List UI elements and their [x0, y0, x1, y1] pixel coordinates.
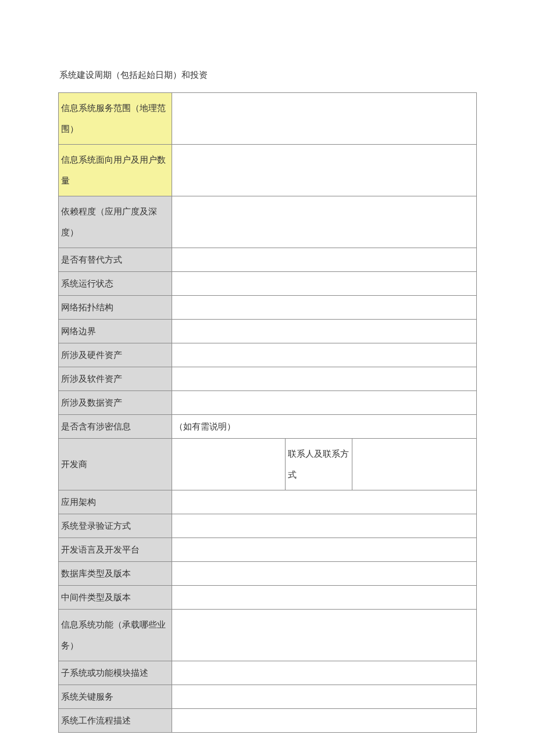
- row-value-cell: [172, 93, 477, 145]
- row-label-cell: 数据库类型及版本: [59, 562, 172, 586]
- row-value-cell: [172, 610, 477, 661]
- row-value: [172, 249, 476, 270]
- row-label-cell: 子系统或功能模块描述: [59, 661, 172, 685]
- row-value: [172, 686, 476, 707]
- row-value: （如有需说明）: [172, 415, 476, 438]
- row-label: 信息系统面向用户及用户数量: [59, 145, 172, 196]
- table-row: 信息系统服务范围（地理范围）: [59, 93, 477, 145]
- row-value: [172, 321, 476, 342]
- table-row: 开发语言及开发平台: [59, 538, 477, 562]
- table-row: 依赖程度（应用广度及深度）: [59, 196, 477, 248]
- row-label-cell: 应用架构: [59, 490, 172, 514]
- row-label-cell: 所涉及数据资产: [59, 391, 172, 415]
- row-label: 所涉及硬件资产: [59, 343, 172, 367]
- table-row: 数据库类型及版本: [59, 562, 477, 586]
- row-label: 开发语言及开发平台: [59, 538, 172, 561]
- row-label-cell: 网络边界: [59, 320, 172, 343]
- document-page: 系统建设周期（包括起始日期）和投资 信息系统服务范围（地理范围）信息系统面向用户…: [0, 0, 535, 756]
- row-label: 系统关键服务: [59, 685, 172, 708]
- row-value: [172, 492, 476, 513]
- form-table: 信息系统服务范围（地理范围）信息系统面向用户及用户数量依赖程度（应用广度及深度）…: [58, 92, 477, 733]
- row-label-cell: 系统工作流程描述: [59, 709, 172, 733]
- row-value: [172, 515, 476, 536]
- row-label: 中间件类型及版本: [59, 586, 172, 609]
- table-row: 中间件类型及版本: [59, 586, 477, 610]
- row-label: 是否有替代方式: [59, 248, 172, 271]
- row-value: [172, 345, 476, 366]
- developer-contact-value: [352, 460, 476, 469]
- row-label: 是否含有涉密信息: [59, 415, 172, 438]
- row-value: [172, 587, 476, 608]
- row-label: 应用架构: [59, 490, 172, 514]
- row-label-cell: 所涉及软件资产: [59, 367, 172, 391]
- table-row: 子系统或功能模块描述: [59, 661, 477, 685]
- developer-contact-value-cell: [352, 439, 477, 490]
- row-label: 信息系统功能（承载哪些业务）: [59, 610, 172, 661]
- row-value-cell: [172, 661, 477, 685]
- row-label-cell: 系统运行状态: [59, 272, 172, 296]
- table-row: 信息系统功能（承载哪些业务）: [59, 610, 477, 661]
- table-row: 信息系统面向用户及用户数量: [59, 145, 477, 196]
- table-row: 系统工作流程描述: [59, 709, 477, 733]
- row-value: [172, 392, 476, 413]
- row-value-cell: [172, 196, 477, 248]
- row-label-cell: 网络拓扑结构: [59, 296, 172, 320]
- row-value: [172, 539, 476, 560]
- row-value: [172, 114, 476, 123]
- developer-row: 开发商联系人及联系方式: [59, 439, 477, 490]
- table-row: 所涉及数据资产: [59, 391, 477, 415]
- lead-text: 系统建设周期（包括起始日期）和投资: [59, 64, 477, 87]
- developer-contact-label-cell: 联系人及联系方式: [286, 439, 352, 490]
- row-value-cell: [172, 343, 477, 367]
- row-label-cell: 信息系统服务范围（地理范围）: [59, 93, 172, 145]
- row-value-cell: [172, 490, 477, 514]
- row-value-cell: [172, 685, 477, 709]
- row-label: 所涉及软件资产: [59, 367, 172, 390]
- row-label-cell: 信息系统功能（承载哪些业务）: [59, 610, 172, 661]
- row-label: 网络拓扑结构: [59, 296, 172, 319]
- row-label-cell: 系统登录验证方式: [59, 514, 172, 538]
- developer-value-cell: [172, 439, 286, 490]
- row-label-cell: 中间件类型及版本: [59, 586, 172, 610]
- row-label: 数据库类型及版本: [59, 562, 172, 585]
- row-value-cell: [172, 296, 477, 320]
- row-label-cell: 系统关键服务: [59, 685, 172, 709]
- row-label-cell: 所涉及硬件资产: [59, 343, 172, 367]
- row-label: 系统运行状态: [59, 272, 172, 295]
- row-value: [172, 297, 476, 318]
- row-label-cell: 是否含有涉密信息: [59, 415, 172, 439]
- row-label: 系统登录验证方式: [59, 514, 172, 538]
- row-value-cell: [172, 514, 477, 538]
- row-value: [172, 217, 476, 227]
- row-value: [172, 563, 476, 584]
- table-row: 是否含有涉密信息（如有需说明）: [59, 415, 477, 439]
- row-label-cell: 依赖程度（应用广度及深度）: [59, 196, 172, 248]
- row-value-cell: [172, 586, 477, 610]
- developer-contact-label: 联系人及联系方式: [286, 439, 352, 490]
- table-row: 系统运行状态: [59, 272, 477, 296]
- row-label: 子系统或功能模块描述: [59, 661, 172, 685]
- row-value-cell: [172, 320, 477, 343]
- row-value-cell: [172, 272, 477, 296]
- table-row: 是否有替代方式: [59, 248, 477, 272]
- table-row: 网络边界: [59, 320, 477, 343]
- developer-value: [172, 460, 285, 469]
- row-label: 系统工作流程描述: [59, 709, 172, 732]
- row-value-cell: [172, 145, 477, 196]
- table-row: 所涉及软件资产: [59, 367, 477, 391]
- row-value: [172, 630, 476, 640]
- row-value: [172, 273, 476, 294]
- table-row: 所涉及硬件资产: [59, 343, 477, 367]
- row-label-cell: 是否有替代方式: [59, 248, 172, 272]
- row-label-cell: 信息系统面向用户及用户数量: [59, 145, 172, 196]
- row-label: 信息系统服务范围（地理范围）: [59, 93, 172, 144]
- table-row: 系统登录验证方式: [59, 514, 477, 538]
- developer-label: 开发商: [59, 449, 172, 479]
- row-value-cell: [172, 709, 477, 733]
- row-value: [172, 166, 476, 175]
- row-value: [172, 662, 476, 683]
- row-value: [172, 710, 476, 731]
- table-row: 应用架构: [59, 490, 477, 514]
- row-value-cell: [172, 391, 477, 415]
- row-value-cell: [172, 367, 477, 391]
